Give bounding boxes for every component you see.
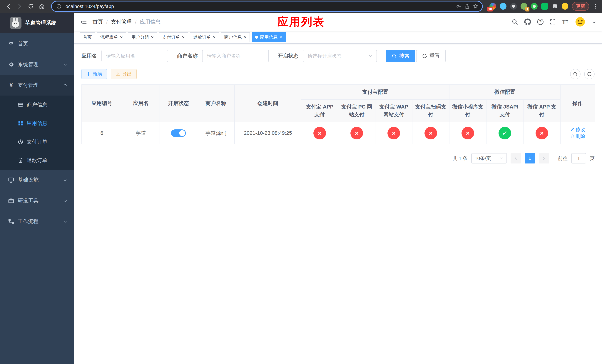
caret-down-icon[interactable] (592, 19, 596, 25)
main-area: 应用列表 首页 / 支付管理 / 应用信息 ? TT (74, 13, 602, 364)
url-text[interactable]: localhost:1024/pay/app (64, 3, 453, 9)
fullscreen-icon[interactable] (550, 19, 556, 25)
extension-dark-icon[interactable] (510, 3, 517, 10)
column-header: 开启状态 (160, 85, 197, 122)
tab-close-icon[interactable]: × (120, 35, 123, 40)
column-header: 微信小程序支付 (449, 99, 486, 122)
add-button[interactable]: 新增 (81, 69, 107, 79)
sidebar-item-label: 支付管理 (18, 82, 39, 89)
sidebar-item-infrastructure[interactable]: 基础设施 (0, 170, 74, 190)
browser-reload-button[interactable] (26, 1, 35, 11)
browser-chrome: localhost:1024/pay/app 10 1 更新 (0, 0, 602, 13)
cell-merchant: 芋道源码 (197, 122, 235, 144)
browser-forward-button[interactable] (15, 1, 24, 11)
sidebar-toggle-icon[interactable] (74, 13, 93, 31)
sidebar-item-payment-orders[interactable]: 支付订单 (0, 133, 74, 151)
sidebar-item-app-info[interactable]: 应用信息 (0, 114, 74, 133)
sidebar-item-dev-tools[interactable]: 研发工具 (0, 190, 74, 211)
browser-home-button[interactable] (37, 1, 47, 11)
sidebar-item-system[interactable]: 系统管理 (0, 54, 74, 75)
refresh-table-button[interactable] (584, 69, 595, 79)
export-button[interactable]: 导出 (111, 69, 137, 79)
tag-home[interactable]: 首页 (80, 32, 95, 42)
reset-button[interactable]: 重置 (416, 50, 446, 62)
sidebar-item-payment[interactable]: ¥ 支付管理 (0, 75, 74, 96)
sidebar-item-home[interactable]: 首页 (0, 33, 74, 54)
app-logo[interactable]: 芋道管理系统 (0, 13, 74, 33)
password-key-icon[interactable] (456, 3, 462, 9)
breadcrumb: 首页 / 支付管理 / 应用信息 (93, 18, 161, 25)
extension-emoji-icon[interactable] (562, 3, 568, 10)
tab-close-icon[interactable]: × (213, 35, 216, 40)
sidebar-item-refund-orders[interactable]: 退款订单 (0, 151, 74, 170)
github-icon[interactable] (524, 19, 531, 25)
prev-page-button[interactable] (511, 153, 521, 163)
tab-close-icon[interactable]: × (182, 35, 184, 40)
cell-wechat-jsapi: ✓ (486, 122, 523, 144)
status-select[interactable]: 请选择开启状态 (303, 50, 377, 62)
yen-icon: ¥ (8, 82, 14, 88)
column-header: 支付宝扫码支付 (412, 99, 449, 122)
extensions-puzzle-icon[interactable] (552, 3, 558, 10)
download-icon (116, 72, 120, 76)
browser-back-button[interactable] (4, 1, 13, 11)
extension-badge: 1 (525, 7, 529, 11)
font-size-icon[interactable]: TT (562, 19, 568, 25)
extension-green-icon[interactable] (531, 3, 538, 10)
breadcrumb-current: 应用信息 (140, 18, 161, 25)
address-bar[interactable]: localhost:1024/pay/app (52, 1, 482, 11)
filter-form: 应用名 商户名称 开启状态 请选择开启状态 (81, 50, 595, 62)
trash-icon (570, 134, 574, 139)
sidebar: 芋道管理系统 首页 系统管理 ¥ 支付管理 (0, 13, 74, 364)
tag-merchant-info[interactable]: 商户信息× (221, 32, 250, 42)
browser-menu-icon[interactable] (593, 3, 598, 9)
goto-page-input[interactable] (571, 153, 586, 163)
page-number-button[interactable]: 1 (525, 153, 535, 163)
pagination: 共 1 条 10条/页 1 前往 页 (81, 153, 595, 163)
extension-colorful-icon[interactable]: 10 (489, 3, 496, 10)
active-dot-icon (255, 36, 258, 39)
bookmark-star-icon[interactable] (473, 3, 478, 9)
edit-link[interactable]: 修改 (570, 126, 585, 133)
payment-submenu: 商户信息 应用信息 支付订单 退款订单 (0, 96, 74, 170)
cell-app-id: 6 (82, 122, 122, 144)
tag-refund-orders[interactable]: 退款订单× (190, 32, 219, 42)
extension-blue-icon[interactable] (500, 3, 506, 10)
tab-close-icon[interactable]: × (280, 35, 282, 40)
help-icon[interactable]: ? (537, 19, 544, 25)
sidebar-item-workflow[interactable]: 工作流程 (0, 211, 74, 232)
extension-wechat-icon[interactable] (541, 3, 548, 10)
browser-update-button[interactable]: 更新 (572, 2, 589, 11)
delete-link[interactable]: 删除 (570, 133, 585, 139)
tag-user-group[interactable]: 用户分组× (128, 32, 157, 42)
toggle-search-button[interactable] (570, 69, 580, 79)
app-name-input[interactable] (101, 50, 168, 62)
page-size-select[interactable]: 10条/页 (471, 153, 507, 163)
tag-app-info[interactable]: 应用信息× (252, 32, 286, 42)
sidebar-item-merchant-info[interactable]: 商户信息 (0, 96, 74, 114)
tab-close-icon[interactable]: × (151, 35, 154, 40)
tag-payment-orders[interactable]: 支付订单× (159, 32, 188, 42)
extension-avatar-icon[interactable]: 1 (521, 3, 527, 10)
tab-close-icon[interactable]: × (244, 35, 247, 40)
extension-badge: 10 (487, 7, 493, 11)
search-icon[interactable] (512, 19, 518, 25)
breadcrumb-payment[interactable]: 支付管理 (111, 18, 132, 25)
tag-process-form[interactable]: 流程表单× (97, 32, 126, 42)
cell-app-name: 芋道 (122, 122, 160, 144)
sidebar-item-label: 商户信息 (27, 101, 47, 108)
sidebar-item-label: 研发工具 (18, 197, 39, 204)
clock-icon (18, 139, 23, 145)
share-icon[interactable] (465, 4, 470, 9)
sidebar-item-label: 基础设施 (18, 176, 39, 183)
merchant-name-input[interactable] (202, 50, 269, 62)
status-toggle[interactable] (171, 129, 186, 137)
refresh-icon (422, 53, 427, 58)
breadcrumb-home[interactable]: 首页 (93, 18, 103, 25)
app-table: 应用编号 应用名 开启状态 商户名称 创建时间 支付宝配置 微信配置 操作 支付… (81, 85, 595, 144)
site-info-icon[interactable] (56, 4, 62, 9)
next-page-button[interactable] (539, 153, 549, 163)
user-avatar[interactable] (575, 16, 586, 27)
column-header: 支付宝 PC 网站支付 (338, 99, 375, 122)
search-button[interactable]: 搜索 (386, 50, 415, 62)
